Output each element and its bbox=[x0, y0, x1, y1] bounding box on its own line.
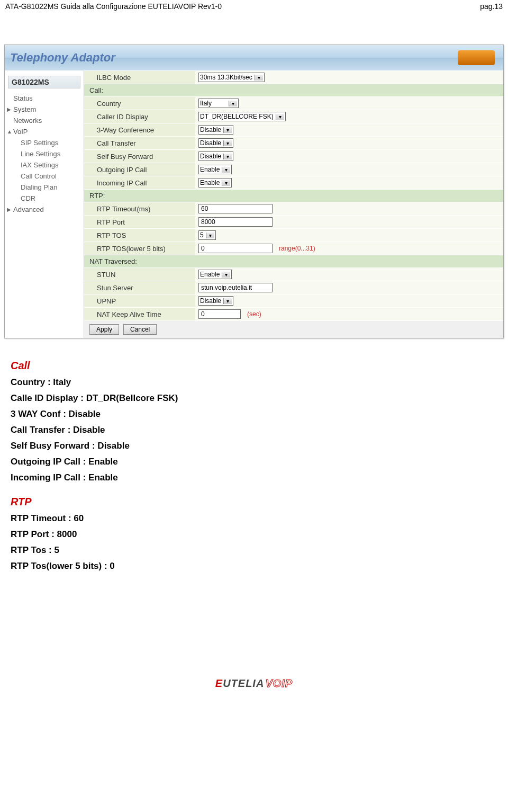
doc-rtp-timeout: RTP Timeout : 60 bbox=[11, 513, 497, 524]
doc-call-self-busy: Self Busy Forward : Disable bbox=[11, 441, 497, 451]
rtp-timeout-input[interactable]: 60 bbox=[198, 204, 273, 213]
sidebar-item-label: Advanced bbox=[13, 206, 44, 213]
doc-call-outgoing: Outgoing IP Call : Enable bbox=[11, 457, 497, 467]
select-value: DT_DR(BELLCORE FSK) bbox=[200, 113, 274, 120]
sidebar-item-call-control[interactable]: Call Control bbox=[8, 171, 80, 182]
select-value: Disable bbox=[200, 139, 221, 147]
upnp-label: UPNP bbox=[84, 295, 195, 308]
sidebar-item-label: Call Control bbox=[21, 172, 57, 180]
rtp-section: RTP: bbox=[84, 190, 503, 202]
chevron-down-icon: ▾ bbox=[223, 154, 232, 159]
doc-call-caller-id: Calle ID Display : DT_DR(Bellcore FSK) bbox=[11, 393, 497, 404]
footer-logo: EUTELIAVOIP bbox=[0, 677, 508, 690]
sidebar-item-networks[interactable]: Networks bbox=[8, 115, 80, 126]
caller-id-label: Caller ID Display bbox=[84, 110, 195, 123]
page-header-right: pag.13 bbox=[480, 2, 503, 11]
chevron-down-icon: ▾ bbox=[276, 114, 284, 120]
sidebar-item-advanced[interactable]: ▶Advanced bbox=[8, 204, 80, 215]
select-value: 5 bbox=[200, 231, 204, 239]
stun-server-label: Stun Server bbox=[84, 281, 195, 295]
select-value: Enable bbox=[200, 166, 220, 173]
call-transfer-label: Call Transfer bbox=[84, 137, 195, 150]
select-value: 30ms 13.3Kbit/sec bbox=[200, 74, 252, 81]
chevron-up-icon: ▲ bbox=[7, 129, 12, 135]
sidebar-item-system[interactable]: ▶System bbox=[8, 104, 80, 115]
chevron-down-icon: ▾ bbox=[255, 75, 263, 81]
nat-keep-hint: (sec) bbox=[247, 310, 261, 318]
sidebar-item-iax-settings[interactable]: IAX Settings bbox=[8, 159, 80, 171]
chevron-down-icon: ▾ bbox=[229, 101, 237, 106]
stun-select[interactable]: Enable▾ bbox=[198, 270, 232, 279]
sidebar-item-sip-settings[interactable]: SIP Settings bbox=[8, 137, 80, 148]
logo-eut: UTELIA bbox=[223, 677, 264, 689]
upnp-select[interactable]: Disable▾ bbox=[198, 296, 233, 306]
outgoing-ip-label: Outgoing IP Call bbox=[84, 163, 195, 176]
country-label: Country bbox=[84, 97, 195, 110]
chevron-down-icon: ▾ bbox=[222, 272, 230, 278]
select-value: Enable bbox=[200, 179, 220, 186]
banner-title: Telephony Adaptor bbox=[10, 51, 115, 65]
sidebar-item-label: Networks bbox=[13, 117, 42, 124]
three-way-label: 3-Way Conference bbox=[84, 123, 195, 137]
country-select[interactable]: Italy▾ bbox=[198, 99, 239, 108]
caller-id-select[interactable]: DT_DR(BELLCORE FSK)▾ bbox=[198, 112, 286, 121]
apply-button[interactable]: Apply bbox=[89, 324, 119, 335]
sidebar-item-label: System bbox=[13, 105, 36, 113]
doc-rtp-title: RTP bbox=[11, 496, 497, 508]
chevron-right-icon: ▶ bbox=[7, 207, 11, 212]
stun-server-input[interactable]: stun.voip.eutelia.it bbox=[198, 283, 273, 292]
sidebar-item-label: CDR bbox=[21, 194, 35, 202]
incoming-ip-select[interactable]: Enable▾ bbox=[198, 178, 232, 188]
select-value: Italy bbox=[200, 100, 226, 107]
select-value: Enable bbox=[200, 271, 220, 278]
sidebar-item-label: Status bbox=[13, 94, 33, 102]
banner: Telephony Adaptor bbox=[5, 45, 503, 70]
incoming-ip-label: Incoming IP Call bbox=[84, 176, 195, 190]
chevron-down-icon: ▾ bbox=[223, 298, 232, 304]
chevron-down-icon: ▾ bbox=[223, 127, 232, 133]
rtp-tos-select[interactable]: 5▾ bbox=[198, 230, 216, 240]
rtp-tos-lower-input[interactable]: 0 bbox=[198, 244, 273, 253]
main-panel: iLBC Mode 30ms 13.3Kbit/sec▾ Call: Count… bbox=[84, 70, 503, 338]
call-section: Call: bbox=[84, 84, 503, 97]
chevron-right-icon: ▶ bbox=[7, 106, 11, 112]
select-value: Disable bbox=[200, 153, 221, 160]
sidebar: G81022MS Status ▶System Networks ▲VoIP S… bbox=[5, 70, 84, 338]
doc-body: Call Country : Italy Calle ID Display : … bbox=[11, 360, 497, 572]
doc-call-incoming: Incoming IP Call : Enable bbox=[11, 472, 497, 483]
call-transfer-select[interactable]: Disable▾ bbox=[198, 138, 233, 148]
sidebar-item-label: Dialing Plan bbox=[21, 183, 57, 191]
nat-keep-input[interactable]: 0 bbox=[198, 309, 241, 319]
self-busy-label: Self Busy Forward bbox=[84, 150, 195, 163]
logo-voip: VOIP bbox=[264, 677, 293, 689]
sidebar-item-label: VoIP bbox=[13, 128, 28, 136]
sidebar-item-cdr[interactable]: CDR bbox=[8, 193, 80, 204]
rtp-port-label: RTP Port bbox=[84, 216, 195, 229]
doc-call-country: Country : Italy bbox=[11, 377, 497, 388]
doc-rtp-tos: RTP Tos : 5 bbox=[11, 545, 497, 556]
ilbc-mode-select[interactable]: 30ms 13.3Kbit/sec▾ bbox=[198, 73, 265, 82]
cancel-button[interactable]: Cancel bbox=[123, 324, 157, 335]
three-way-select[interactable]: Disable▾ bbox=[198, 125, 233, 135]
stun-label: STUN bbox=[84, 268, 195, 281]
device-icon bbox=[458, 50, 495, 65]
chevron-down-icon: ▾ bbox=[222, 180, 230, 186]
sidebar-item-label: SIP Settings bbox=[21, 139, 58, 147]
sidebar-item-status[interactable]: Status bbox=[8, 93, 80, 104]
doc-rtp-tos-lower: RTP Tos(lower 5 bits) : 0 bbox=[11, 561, 497, 572]
outgoing-ip-select[interactable]: Enable▾ bbox=[198, 165, 232, 174]
doc-call-transfer: Call Transfer : Disable bbox=[11, 425, 497, 435]
rtp-port-input[interactable]: 8000 bbox=[198, 217, 273, 227]
sidebar-item-label: IAX Settings bbox=[21, 161, 59, 169]
sidebar-item-line-settings[interactable]: Line Settings bbox=[8, 148, 80, 159]
sidebar-model: G81022MS bbox=[8, 76, 80, 88]
nat-section: NAT Traversed: bbox=[84, 255, 503, 268]
self-busy-select[interactable]: Disable▾ bbox=[198, 151, 233, 161]
sidebar-item-dialing-plan[interactable]: Dialing Plan bbox=[8, 182, 80, 193]
chevron-down-icon: ▾ bbox=[206, 233, 214, 238]
rtp-timeout-label: RTP Timeout(ms) bbox=[84, 202, 195, 216]
chevron-down-icon: ▾ bbox=[223, 140, 232, 146]
config-screenshot: Telephony Adaptor G81022MS Status ▶Syste… bbox=[4, 44, 504, 338]
rtp-tos-lower-label: RTP TOS(lower 5 bits) bbox=[84, 242, 195, 255]
sidebar-item-voip[interactable]: ▲VoIP bbox=[8, 126, 80, 137]
